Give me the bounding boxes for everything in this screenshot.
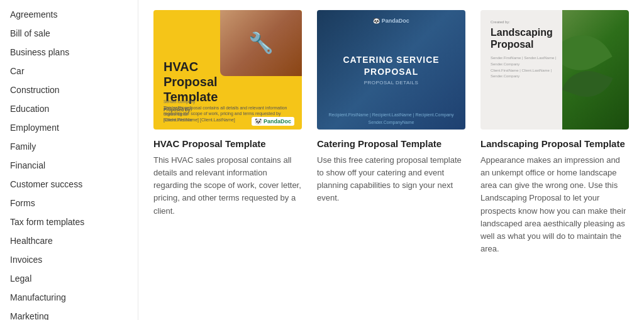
- catering-card-desc: Use this free catering proposal template…: [317, 154, 465, 205]
- hvac-thumbnail: 🔧 HVAC Proposal Template This sales prop…: [153, 10, 302, 130]
- sidebar-item-education[interactable]: Education: [0, 99, 138, 118]
- cards-grid: 🔧 HVAC Proposal Template This sales prop…: [153, 10, 629, 255]
- sidebar-item-bill-of-sale[interactable]: Bill of sale: [0, 24, 138, 43]
- sidebar-item-family[interactable]: Family: [0, 137, 138, 156]
- hvac-card-title: HVAC Proposal Template: [153, 138, 302, 149]
- landscaping-card-title: Landscaping Proposal Template: [480, 138, 629, 149]
- catering-thumbnail: 🐼 PandaDoc CATERING SERVICE PROPOSAL PRO…: [317, 10, 465, 130]
- sidebar-item-financial[interactable]: Financial: [0, 156, 138, 175]
- landscaping-meta: Sender.FirstName | Sender.LastName | Sen…: [491, 55, 561, 79]
- hvac-card[interactable]: 🔧 HVAC Proposal Template This sales prop…: [153, 10, 302, 255]
- sidebar-item-car[interactable]: Car: [0, 62, 138, 80]
- catering-footer: Sender.CompanyName: [369, 120, 414, 124]
- catering-thumb-title: CATERING SERVICE PROPOSAL: [317, 54, 465, 77]
- sidebar-item-agreements[interactable]: Agreements: [0, 5, 138, 24]
- landscaping-doc-title: Landscaping Proposal: [491, 26, 561, 50]
- catering-card-title: Catering Proposal Template: [317, 138, 465, 149]
- landscaping-card[interactable]: Created by: Landscaping Proposal Sender.…: [480, 10, 629, 255]
- hvac-logo: 🐼 PandaDoc: [252, 117, 294, 126]
- sidebar-item-marketing[interactable]: Marketing: [0, 307, 138, 320]
- landscaping-created-label: Created by:: [491, 20, 561, 24]
- sidebar-item-legal[interactable]: Legal: [0, 269, 138, 288]
- sidebar: AgreementsBill of saleBusiness plansCarC…: [0, 0, 138, 320]
- sidebar-item-forms[interactable]: Forms: [0, 194, 138, 212]
- landscaping-plant-image: [562, 10, 629, 130]
- sidebar-item-invoices[interactable]: Invoices: [0, 250, 138, 269]
- catering-people: Recipient.FirstName | Recipient.LastName…: [329, 113, 454, 117]
- sidebar-item-manufacturing[interactable]: Manufacturing: [0, 288, 138, 307]
- sidebar-item-business-plans[interactable]: Business plans: [0, 43, 138, 62]
- landscaping-card-desc: Appearance makes an impression and an un…: [480, 154, 629, 255]
- landscaping-thumbnail: Created by: Landscaping Proposal Sender.…: [480, 10, 629, 130]
- sidebar-item-employment[interactable]: Employment: [0, 118, 138, 137]
- sidebar-item-customer-success[interactable]: Customer success: [0, 175, 138, 194]
- sidebar-item-construction[interactable]: Construction: [0, 80, 138, 99]
- hvac-names: Sender.CompanySender.Phone1Sender.EmailS…: [164, 99, 195, 123]
- catering-logo: 🐼 PandaDoc: [373, 18, 409, 24]
- hvac-thumb-title: HVAC Proposal Template: [164, 59, 253, 104]
- sidebar-item-tax-form-templates[interactable]: Tax form templates: [0, 212, 138, 231]
- hvac-card-desc: This HVAC sales proposal contains all de…: [153, 154, 302, 218]
- catering-card[interactable]: 🐼 PandaDoc CATERING SERVICE PROPOSAL PRO…: [317, 10, 465, 255]
- catering-thumb-subtitle: PROPOSAL DETAILS: [317, 80, 465, 86]
- sidebar-item-healthcare[interactable]: Healthcare: [0, 231, 138, 250]
- main-content: 🔧 HVAC Proposal Template This sales prop…: [138, 0, 644, 320]
